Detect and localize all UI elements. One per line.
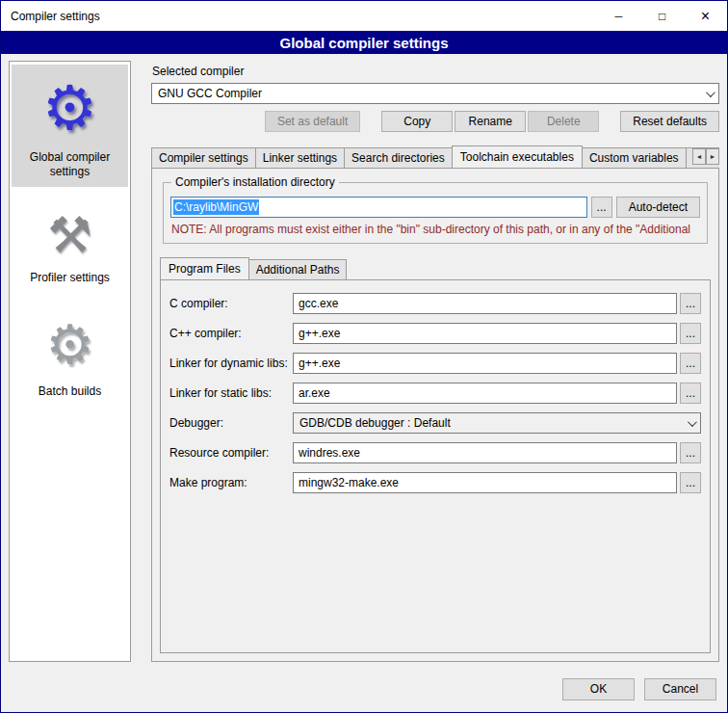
- field-row: Linker for dynamic libs: ...: [169, 353, 701, 374]
- installation-directory-value: C:\raylib\MinGW: [173, 199, 259, 215]
- page-title: Global compiler settings: [1, 31, 727, 54]
- installation-directory-input[interactable]: C:\raylib\MinGW: [170, 197, 587, 218]
- note-text: NOTE: All programs must exist either in …: [171, 223, 699, 236]
- dialog-footer: OK Cancel: [1, 672, 727, 712]
- copy-button[interactable]: Copy: [381, 111, 453, 132]
- field-row: C++ compiler: ...: [169, 323, 701, 344]
- debugger-value: GDB/CDB debugger : Default: [299, 416, 682, 430]
- sidebar: ⚙ Global compiler settings ⚒ Profiler se…: [9, 61, 131, 662]
- rename-button[interactable]: Rename: [455, 111, 526, 132]
- installation-directory-row: C:\raylib\MinGW ... Auto-detect: [170, 197, 700, 218]
- subtab-program-files[interactable]: Program Files: [160, 257, 249, 279]
- static-linker-input[interactable]: [293, 383, 677, 404]
- maximize-icon[interactable]: □: [640, 1, 684, 31]
- browse-button[interactable]: ...: [680, 442, 701, 463]
- tab-scroll-right-icon[interactable]: ►: [706, 148, 719, 165]
- tab-custom-variables[interactable]: Custom variables: [582, 147, 687, 168]
- chevron-down-icon: [688, 417, 697, 427]
- tab-compiler-settings[interactable]: Compiler settings: [151, 147, 256, 168]
- browse-button[interactable]: ...: [680, 383, 701, 404]
- tab-scrollers: ◄ ►: [692, 148, 719, 165]
- chevron-down-icon: [706, 88, 715, 97]
- field-label: C compiler:: [169, 297, 293, 310]
- field-label: Resource compiler:: [169, 446, 293, 460]
- browse-button[interactable]: ...: [591, 197, 612, 218]
- browse-button[interactable]: ...: [680, 293, 701, 314]
- window-title: Compiler settings: [1, 10, 597, 23]
- ok-button[interactable]: OK: [562, 678, 635, 700]
- field-row: Resource compiler: ...: [169, 442, 701, 463]
- field-row: C compiler: ...: [169, 293, 701, 314]
- debugger-dropdown[interactable]: GDB/CDB debugger : Default: [293, 412, 701, 434]
- dynamic-linker-input[interactable]: [293, 353, 677, 374]
- field-label: Debugger:: [169, 416, 293, 430]
- tab-search-directories[interactable]: Search directories: [344, 147, 453, 168]
- field-label: Linker for dynamic libs:: [169, 356, 293, 370]
- c-compiler-input[interactable]: [293, 293, 677, 314]
- compiler-settings-window: Compiler settings ─ □ × Global compiler …: [0, 0, 728, 713]
- browse-button[interactable]: ...: [680, 353, 701, 374]
- sidebar-item-profiler-settings[interactable]: ⚒ Profiler settings: [12, 198, 128, 293]
- reset-defaults-button[interactable]: Reset defaults: [620, 111, 719, 132]
- sidebar-item-batch-builds[interactable]: ⚙ Batch builds: [12, 304, 128, 407]
- field-row: Linker for static libs: ...: [169, 383, 701, 404]
- auto-detect-button[interactable]: Auto-detect: [616, 197, 700, 218]
- installation-directory-group-title: Compiler's installation directory: [171, 175, 339, 189]
- dialog-body: ⚙ Global compiler settings ⚒ Profiler se…: [1, 54, 727, 672]
- field-row: Debugger: GDB/CDB debugger : Default: [169, 412, 701, 434]
- toolchain-subtabbar: Program Files Additional Paths: [160, 257, 711, 279]
- cpp-compiler-input[interactable]: [293, 323, 677, 344]
- field-row: Make program: ...: [169, 472, 701, 493]
- sidebar-item-label: Batch builds: [13, 382, 126, 399]
- installation-directory-group: Compiler's installation directory C:\ray…: [163, 182, 708, 244]
- minimize-icon[interactable]: ─: [597, 1, 640, 31]
- field-label: C++ compiler:: [169, 327, 293, 340]
- field-label: Linker for static libs:: [169, 386, 293, 400]
- resource-compiler-input[interactable]: [293, 442, 677, 463]
- tab-linker-settings[interactable]: Linker settings: [255, 147, 345, 168]
- browse-button[interactable]: ...: [680, 323, 701, 344]
- program-files-panel: C compiler: ... C++ compiler: ... Linker…: [160, 279, 711, 653]
- selected-compiler-value: GNU GCC Compiler: [158, 87, 700, 100]
- selected-compiler-label: Selected compiler: [152, 65, 719, 78]
- sidebar-item-label: Global compiler settings: [13, 147, 126, 179]
- cancel-button[interactable]: Cancel: [644, 678, 716, 700]
- sidebar-item-label: Profiler settings: [13, 268, 126, 285]
- browse-button[interactable]: ...: [680, 472, 701, 493]
- selected-compiler-dropdown[interactable]: GNU GCC Compiler: [151, 83, 719, 104]
- sidebar-item-global-compiler-settings[interactable]: ⚙ Global compiler settings: [12, 65, 128, 187]
- field-label: Make program:: [169, 476, 293, 489]
- toolchain-executables-panel: Compiler's installation directory C:\ray…: [151, 168, 719, 662]
- gear-icon: ⚙: [13, 68, 126, 147]
- profiler-tool-icon: ⚒: [13, 202, 126, 268]
- settings-tabbar: Compiler settings Linker settings Search…: [151, 145, 719, 168]
- subtab-additional-paths[interactable]: Additional Paths: [248, 259, 348, 279]
- tab-toolchain-executables[interactable]: Toolchain executables: [452, 145, 583, 168]
- close-icon[interactable]: ×: [684, 1, 727, 31]
- tab-scroll-left-icon[interactable]: ◄: [692, 148, 706, 165]
- set-as-default-button[interactable]: Set as default: [265, 111, 360, 132]
- delete-button[interactable]: Delete: [528, 111, 599, 132]
- titlebar: Compiler settings ─ □ ×: [1, 1, 727, 31]
- make-program-input[interactable]: [293, 472, 677, 493]
- main-panel: Selected compiler GNU GCC Compiler Set a…: [141, 61, 719, 662]
- compiler-actions: Set as default Copy Rename Delete Reset …: [151, 111, 719, 132]
- window-controls: ─ □ ×: [597, 1, 727, 31]
- batch-builds-gear-icon: ⚙: [13, 308, 126, 382]
